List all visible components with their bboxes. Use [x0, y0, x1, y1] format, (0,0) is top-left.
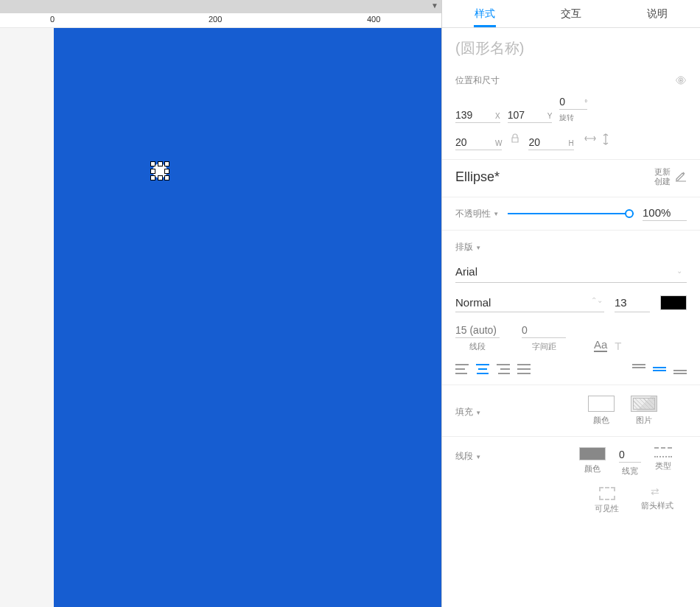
line-height-label: 线段 [455, 341, 500, 352]
ruler-horizontal: 0 200 400 [0, 13, 441, 28]
resize-handle-mr[interactable] [164, 169, 169, 174]
font-weight-select[interactable]: Normal ⌃⌄ [455, 293, 604, 312]
arrow-style-button[interactable] [649, 487, 665, 497]
section-line: 线段 ▼ 颜色 线宽 类型 [442, 437, 700, 524]
lock-aspect-icon[interactable] [511, 133, 519, 146]
section-typography: 排版 ▼ Arial ⌄ Normal ⌃⌄ 线段 [442, 231, 700, 385]
line-visibility-label: 可见性 [595, 503, 619, 514]
y-label: Y [547, 112, 553, 120]
line-type-button[interactable] [654, 447, 672, 457]
properties-panel: 样式 交互 说明 (圆形名称) 位置和尺寸 X [441, 0, 700, 607]
tab-style[interactable]: 样式 [442, 0, 528, 27]
align-right-button[interactable] [497, 364, 510, 374]
tab-interaction[interactable]: 交互 [528, 0, 615, 27]
resize-handle-ml[interactable] [150, 169, 155, 174]
opacity-value[interactable]: 100% [643, 206, 687, 221]
opacity-label[interactable]: 不透明性 ▼ [455, 208, 499, 220]
workspace[interactable] [0, 28, 441, 607]
font-family-select[interactable]: Arial [455, 261, 687, 283]
resize-handle-bl[interactable] [150, 175, 155, 180]
vertical-align-group [632, 364, 687, 374]
chevron-down-icon: ⌄ [676, 267, 682, 275]
opacity-slider[interactable] [508, 213, 634, 214]
visibility-toggle-icon[interactable] [675, 75, 687, 87]
fill-title[interactable]: 填充 ▼ [455, 406, 481, 418]
line-width-input[interactable] [619, 447, 641, 463]
panel-tabs: 样式 交互 说明 [442, 0, 700, 28]
canvas-top-bar: ▼ [0, 0, 441, 13]
ruler-tick-400: 400 [367, 15, 380, 24]
spinner-icon: ⌃⌄ [591, 296, 603, 304]
x-input[interactable] [455, 109, 492, 121]
tab-notes[interactable]: 说明 [614, 0, 700, 27]
line-height-input[interactable] [455, 323, 500, 338]
typography-title[interactable]: 排版 ▼ [455, 241, 687, 253]
opacity-row: 不透明性 ▼ 100% [442, 197, 700, 231]
fill-color-label: 颜色 [593, 415, 609, 426]
page-rectangle[interactable] [54, 28, 441, 607]
line-title[interactable]: 线段 ▼ [455, 450, 481, 463]
line-color-swatch[interactable] [579, 447, 606, 460]
resize-handle-br[interactable] [164, 175, 169, 180]
rotation-unit: ° [584, 99, 587, 107]
chevron-down-icon[interactable]: ▼ [431, 1, 438, 10]
fill-image-label: 图片 [636, 415, 652, 426]
resize-handle-tr[interactable] [164, 161, 169, 166]
svg-point-0 [680, 79, 682, 81]
height-input[interactable] [528, 136, 565, 148]
valign-top-button[interactable] [632, 364, 645, 374]
style-update-label[interactable]: 更新 [654, 167, 671, 177]
text-case-icon[interactable]: Aa [594, 338, 607, 352]
line-type-label: 类型 [655, 460, 671, 471]
style-create-label[interactable]: 创建 [654, 177, 671, 186]
font-color-swatch[interactable] [660, 295, 687, 310]
x-label: X [495, 112, 500, 120]
resize-handle-tc[interactable] [158, 161, 163, 166]
line-visibility-button[interactable] [599, 487, 615, 500]
selected-ellipse[interactable] [150, 161, 169, 180]
section-position-size: 位置和尺寸 X Y [442, 66, 700, 160]
letter-spacing-label: 字间距 [522, 341, 566, 352]
widget-style-name[interactable]: Ellipse* [455, 169, 500, 185]
y-input[interactable] [508, 109, 545, 121]
rotation-input[interactable] [559, 96, 581, 108]
flip-horizontal-icon[interactable] [584, 133, 596, 147]
text-transform-icon[interactable]: T [615, 340, 621, 352]
edit-style-icon[interactable] [675, 170, 687, 184]
flip-vertical-icon[interactable] [601, 133, 611, 147]
align-justify-button[interactable] [517, 364, 531, 374]
position-size-title: 位置和尺寸 [455, 74, 500, 87]
width-label: W [495, 139, 502, 147]
shape-name-input[interactable]: (圆形名称) [442, 28, 700, 66]
resize-handle-tl[interactable] [150, 161, 155, 166]
resize-handle-bc[interactable] [158, 175, 163, 180]
fill-image-button[interactable] [631, 396, 657, 412]
align-center-button[interactable] [476, 364, 489, 374]
ruler-tick-200: 200 [209, 15, 222, 24]
opacity-slider-thumb[interactable] [625, 209, 634, 218]
line-width-label: 线宽 [622, 466, 638, 477]
letter-spacing-input[interactable] [522, 323, 566, 338]
arrow-style-label: 箭头样式 [641, 500, 673, 511]
height-label: H [568, 139, 573, 147]
align-left-button[interactable] [455, 364, 469, 374]
canvas-area[interactable]: ▼ 0 200 400 [0, 0, 441, 607]
line-color-label: 颜色 [584, 463, 601, 474]
font-size-input[interactable] [615, 293, 650, 312]
section-fill: 填充 ▼ 颜色 图片 [442, 385, 700, 437]
horizontal-align-group [455, 364, 531, 374]
fill-color-swatch[interactable] [588, 396, 615, 412]
ruler-tick-0: 0 [50, 15, 55, 24]
widget-style-row: Ellipse* 更新 创建 [442, 160, 700, 197]
rotation-label: 旋转 [559, 113, 587, 123]
width-input[interactable] [455, 136, 492, 148]
valign-middle-button[interactable] [653, 364, 666, 374]
valign-bottom-button[interactable] [673, 364, 687, 374]
